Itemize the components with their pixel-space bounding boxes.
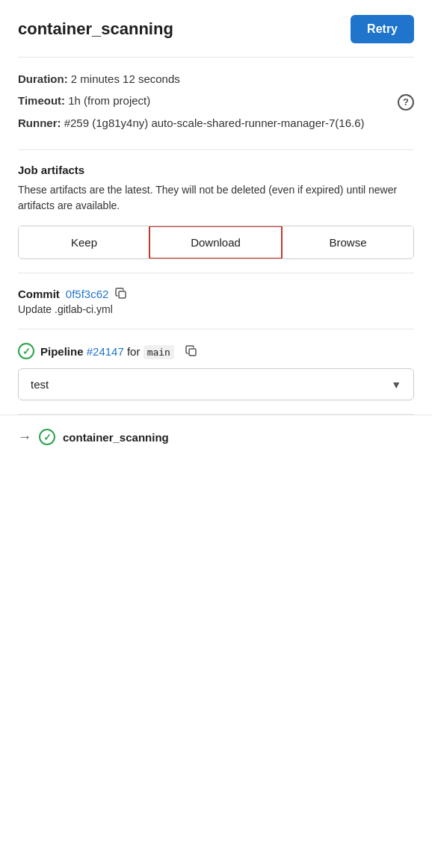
duration-row: Duration: 2 minutes 12 seconds xyxy=(18,71,414,88)
duration-value: 2 minutes 12 seconds xyxy=(71,72,180,85)
retry-button[interactable]: Retry xyxy=(351,15,414,43)
runner-label: Runner: xyxy=(18,117,61,129)
artifact-buttons-group: Keep Download Browse xyxy=(18,226,414,259)
pipeline-label: Pipeline xyxy=(40,345,84,358)
pipeline-number[interactable]: #24147 xyxy=(87,345,127,358)
check-mark: ✓ xyxy=(22,346,31,357)
pipeline-section: ✓ Pipeline #24147 for main test ▼ xyxy=(0,329,432,414)
duration-label: Duration: xyxy=(18,72,68,85)
arrow-icon: → xyxy=(18,430,31,445)
timeout-text: Timeout: 1h (from project) xyxy=(18,93,150,110)
browse-button[interactable]: Browse xyxy=(282,226,413,258)
copy-commit-icon[interactable] xyxy=(114,287,128,300)
download-button[interactable]: Download xyxy=(149,226,283,259)
commit-message: Update .gitlab-ci.yml xyxy=(18,303,414,315)
runner-value: #259 (1g81y4ny) auto-scale-shared-runner… xyxy=(64,117,365,129)
footer-job-name[interactable]: container_scanning xyxy=(63,431,169,444)
svg-rect-1 xyxy=(189,349,196,356)
pipeline-text: Pipeline #24147 for main xyxy=(40,345,174,358)
info-section: Duration: 2 minutes 12 seconds Timeout: … xyxy=(0,58,432,149)
artifacts-section: Job artifacts These artifacts are the la… xyxy=(0,150,432,273)
keep-button[interactable]: Keep xyxy=(19,226,149,258)
chevron-down-icon: ▼ xyxy=(391,379,401,391)
pipeline-row: ✓ Pipeline #24147 for main xyxy=(18,343,414,359)
timeout-label: Timeout: xyxy=(18,94,65,107)
artifacts-title: Job artifacts xyxy=(18,164,414,176)
footer-check-mark: ✓ xyxy=(43,432,52,443)
copy-pipeline-icon[interactable] xyxy=(185,344,198,358)
commit-section: Commit 0f5f3c62 Update .gitlab-ci.yml xyxy=(0,273,432,329)
commit-label: Commit xyxy=(18,288,60,300)
pipeline-for-text: for xyxy=(127,345,144,358)
footer-status-icon: ✓ xyxy=(39,429,55,445)
dropdown-value: test xyxy=(31,378,49,391)
page-title: container_scanning xyxy=(18,19,173,39)
pipeline-branch[interactable]: main xyxy=(144,345,174,359)
footer-section: → ✓ container_scanning xyxy=(0,415,432,459)
commit-row: Commit 0f5f3c62 xyxy=(18,287,414,300)
pipeline-dropdown[interactable]: test ▼ xyxy=(18,368,414,400)
pipeline-status-icon: ✓ xyxy=(18,343,34,359)
svg-rect-0 xyxy=(119,291,126,298)
timeout-row: Timeout: 1h (from project) ? xyxy=(18,93,414,111)
runner-row: Runner: #259 (1g81y4ny) auto-scale-share… xyxy=(18,115,414,132)
help-icon[interactable]: ? xyxy=(398,94,414,111)
commit-hash-link[interactable]: 0f5f3c62 xyxy=(66,288,109,300)
artifacts-description: These artifacts are the latest. They wil… xyxy=(18,182,414,214)
timeout-value: 1h (from project) xyxy=(68,94,150,107)
page-header: container_scanning Retry xyxy=(0,0,432,57)
